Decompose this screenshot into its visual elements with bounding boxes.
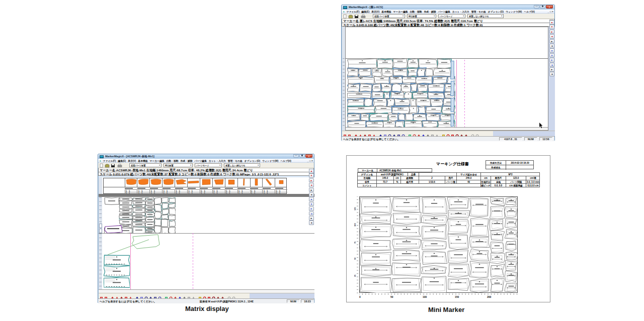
svg-text:0: 0 (359, 295, 361, 298)
svg-text:50: 50 (354, 257, 356, 260)
svg-text:75: 75 (354, 241, 356, 244)
svg-text:100: 100 (423, 295, 427, 298)
svg-text:125: 125 (354, 207, 356, 210)
svg-text:150: 150 (455, 295, 459, 298)
svg-text:25: 25 (354, 274, 356, 277)
svg-text:50: 50 (390, 295, 393, 298)
svg-text:200: 200 (487, 295, 492, 298)
svg-text:100: 100 (354, 223, 356, 227)
